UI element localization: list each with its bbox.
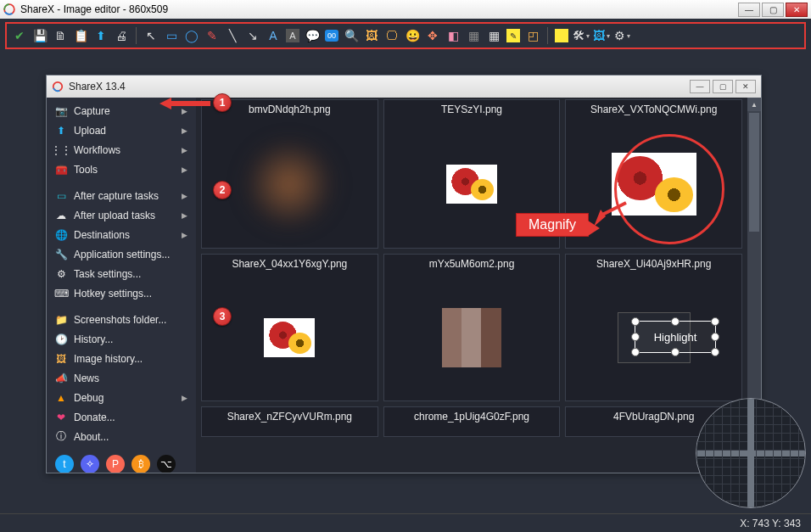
thumb-title: chrome_1pUig4G0zF.png [384,407,560,428]
thumb-item[interactable]: mYx5uM6om2.png [383,254,561,401]
scroll-handle[interactable] [749,113,759,232]
thumb-item[interactable]: chrome_1pUig4G0zF.png [383,406,561,437]
sidebar-item-task-settings[interactable]: ⚙Task settings... [47,264,196,283]
twitter-icon[interactable]: t [55,455,74,473]
scroll-up-button[interactable]: ▲ [747,98,761,111]
sidebar-item-screenshots-folder[interactable]: 📁Screenshots folder... [47,310,196,329]
sidebar-item-destinations[interactable]: 🌐Destinations▶ [47,225,196,244]
image-menu-icon[interactable]: 🖼 [594,28,609,43]
annotation-pointer-icon [594,201,628,227]
sidebar-item-about[interactable]: ⓘAbout... [47,427,196,446]
magnify-icon[interactable]: 🔍 [344,28,359,43]
heart-icon: ❤ [55,412,67,423]
svg-marker-5 [159,98,210,109]
outer-titlebar: ShareX - Image editor - 860x509 — ▢ ✕ [0,0,811,19]
sidebar-item-label: Donate... [74,412,115,423]
eraser-icon[interactable]: ◧ [445,28,461,43]
pixel-icon[interactable]: ▦ [486,28,501,43]
sharex-logo-icon [52,81,64,92]
step-badge-3: 3 [213,307,232,326]
save-as-icon[interactable]: 🗎 [53,28,68,43]
annotation-highlight-box[interactable]: Highlight [635,321,716,353]
sidebar-item-debug[interactable]: ▲Debug▶ [47,388,196,407]
sharex-main-window: ShareX 13.4 — ▢ ✕ 📷Capture▶ ⬆Upload▶ ⋮⋮W… [46,75,762,473]
thumb-preview [446,165,497,204]
close-button[interactable]: ✕ [786,3,808,17]
step-number: 3 [220,311,226,322]
sidebar-item-label: Screenshots folder... [74,314,166,326]
sidebar-item-label: Workflows [74,144,120,156]
sidebar-item-label: After capture tasks [74,190,159,202]
github-icon[interactable]: ⌥ [157,455,176,473]
clipboard-icon[interactable]: 📋 [73,28,88,43]
globe-icon: 🌐 [55,229,67,241]
screen-icon[interactable]: 🖵 [384,28,400,43]
sidebar-item-workflows[interactable]: ⋮⋮Workflows▶ [47,140,196,160]
minimize-button[interactable]: — [738,3,760,17]
thumb-preview [264,318,315,357]
sidebar-item-label: Destinations [74,229,130,241]
inner-close-button[interactable]: ✕ [735,80,756,93]
annotation-arrow-icon [159,96,210,111]
sidebar-item-tools[interactable]: 🧰Tools▶ [47,160,196,179]
upload-icon[interactable]: ⬆ [93,28,109,43]
editor-canvas[interactable]: ShareX 13.4 — ▢ ✕ 📷Capture▶ ⬆Upload▶ ⋮⋮W… [0,53,811,513]
rectangle-icon[interactable]: ▭ [164,28,179,43]
cursor-paint-icon[interactable]: ✥ [425,28,440,43]
tools-menu-icon[interactable]: 🛠 [573,28,589,43]
inner-minimize-button[interactable]: — [690,80,710,93]
sidebar-item-donate[interactable]: ❤Donate... [47,407,196,427]
confirm-icon[interactable]: ✔ [12,28,27,43]
sidebar-item-history[interactable]: 🕑History... [47,329,196,349]
sidebar-item-hotkey-settings[interactable]: ⌨Hotkey settings... [47,283,196,303]
sidebar-item-label: Application settings... [74,249,170,260]
thumb-title: TEYSzYI.png [384,100,560,120]
cursor-icon[interactable]: ↖ [143,28,159,43]
sidebar-item-label: Tools [74,164,98,176]
after-upload-icon: ☁ [55,210,67,221]
bitcoin-icon[interactable]: ₿ [131,455,150,473]
arrow-icon[interactable]: ↘ [245,28,260,43]
upload-arrow-icon: ⬆ [55,125,67,137]
text-bg-icon[interactable]: A [286,29,299,42]
sidebar-item-upload[interactable]: ⬆Upload▶ [47,120,196,140]
step-icon[interactable]: 00 [325,30,338,42]
blur-icon[interactable]: ▦ [466,28,481,43]
line-icon[interactable]: ╲ [225,28,240,43]
thumb-item[interactable]: ShareX_04xx1Y6xgY.png [201,254,378,401]
thumb-title: ShareX_nZFCyvVURm.png [202,407,378,428]
inner-maximize-button[interactable]: ▢ [713,80,733,93]
sidebar-item-after-upload[interactable]: ☁After upload tasks▶ [47,205,196,225]
thumb-item[interactable]: ShareX_nZFCyvVURm.png [201,406,378,437]
patreon-icon[interactable]: P [106,455,125,473]
sidebar-item-news[interactable]: 📣News [47,368,196,388]
sidebar-item-app-settings[interactable]: 🔧Application settings... [47,244,196,264]
highlight-icon[interactable]: ✎ [506,29,520,42]
text-outline-icon[interactable]: A [266,28,281,43]
editor-toolbar: ✔ 💾 🗎 📋 ⬆ 🖨 ↖ ▭ ◯ ✎ ╲ ↘ A A 💬 00 🔍 🖼 🖵 😀… [5,22,806,49]
print-icon[interactable]: 🖨 [114,28,129,43]
crop-icon[interactable]: ◰ [525,28,540,43]
save-icon[interactable]: 💾 [32,28,48,43]
sidebar-item-after-capture[interactable]: ▭After capture tasks▶ [47,186,196,205]
annotation-text: Highlight [654,331,697,344]
ellipse-icon[interactable]: ◯ [184,28,199,43]
speech-icon[interactable]: 💬 [305,28,320,43]
status-bar: X: 743 Y: 343 [0,513,811,532]
options-menu-icon[interactable]: ⚙ [614,28,629,43]
thumb-item[interactable]: bmvDNdqh2h.png [201,99,378,249]
step-number: 1 [220,97,226,109]
thumb-title: ShareX_04xx1Y6xgY.png [202,255,378,275]
maximize-button[interactable]: ▢ [762,3,784,17]
inner-titlebar: ShareX 13.4 — ▢ ✕ [47,76,761,98]
freehand-icon[interactable]: ✎ [204,28,220,43]
sidebar-item-image-history[interactable]: 🖼Image history... [47,349,196,368]
sticker-icon[interactable]: 😀 [405,28,420,43]
image-file-icon[interactable]: 🖼 [364,28,379,43]
step-number: 2 [220,184,226,196]
sidebar-item-label: History... [74,333,113,345]
discord-icon[interactable]: ✧ [81,455,99,473]
sidebar-item-label: About... [74,431,109,443]
color-swatch[interactable] [555,29,568,42]
megaphone-icon: 📣 [55,372,67,384]
